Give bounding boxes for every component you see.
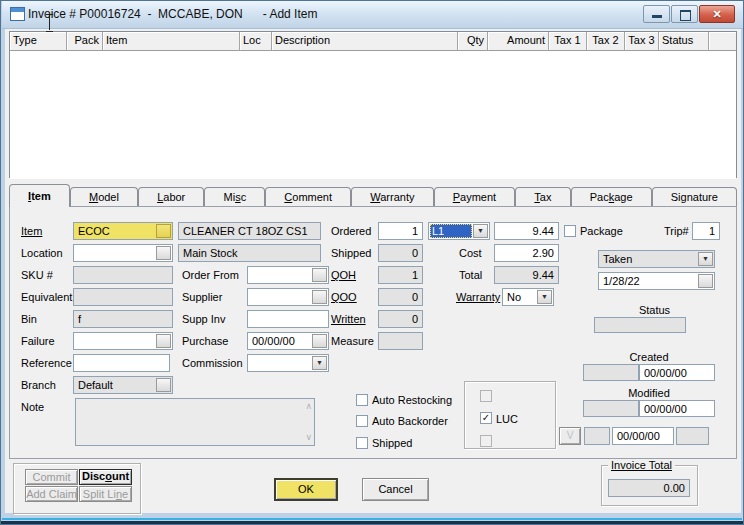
- location-browse-button[interactable]: [156, 246, 171, 260]
- order-from-field[interactable]: [247, 266, 329, 284]
- column-header-loc[interactable]: Loc: [240, 32, 272, 50]
- add-claim-button[interactable]: Add Claim: [25, 486, 78, 502]
- tab-warranty[interactable]: Warranty: [351, 187, 433, 206]
- tab-labor[interactable]: Labor: [138, 187, 204, 206]
- extra-aux-field-1: [584, 427, 610, 445]
- created-date-field[interactable]: 00/00/00: [639, 364, 715, 381]
- branch-browse-button[interactable]: [156, 378, 171, 392]
- failure-field[interactable]: [73, 332, 173, 350]
- trip-field[interactable]: 1: [692, 222, 720, 240]
- tab-item[interactable]: Item: [9, 184, 70, 207]
- v-button[interactable]: V: [559, 427, 581, 445]
- note-textarea[interactable]: ∧ ∨: [75, 398, 315, 446]
- branch-label: Branch: [21, 379, 56, 391]
- window-frame-edge: [1, 521, 743, 524]
- status-field: [594, 317, 686, 333]
- order-from-browse-button[interactable]: [312, 268, 327, 282]
- warranty-value: No: [507, 291, 521, 303]
- price-level-dropdown-icon[interactable]: ▼: [473, 224, 488, 238]
- ordered-field[interactable]: 1: [378, 222, 423, 240]
- close-button[interactable]: ✕: [699, 5, 735, 23]
- tab-misc[interactable]: Misc: [204, 187, 265, 206]
- total-label: Total: [459, 269, 482, 281]
- delivery-date-picker-button[interactable]: [698, 274, 713, 288]
- delivery-dropdown-icon[interactable]: ▼: [698, 252, 713, 266]
- purchase-date-field[interactable]: 00/00/00: [247, 332, 329, 350]
- maximize-button[interactable]: [671, 5, 698, 23]
- delivery-combo[interactable]: Taken ▼: [598, 250, 715, 268]
- delivery-date-field[interactable]: 1/28/22: [598, 272, 715, 290]
- cancel-button[interactable]: Cancel: [362, 478, 429, 501]
- trip-label: Trip#: [664, 225, 689, 237]
- failure-label: Failure: [21, 335, 55, 347]
- luc-checkbox[interactable]: ✓: [480, 412, 492, 424]
- modified-aux-field: [583, 400, 639, 417]
- note-label: Note: [21, 401, 44, 413]
- package-checkbox[interactable]: [564, 225, 576, 237]
- item-label: Item: [21, 225, 42, 237]
- shipped-checkbox[interactable]: [356, 437, 368, 449]
- column-header-description[interactable]: Description: [272, 32, 458, 50]
- cost-field[interactable]: 2.90: [494, 244, 559, 262]
- column-header-item[interactable]: Item: [103, 32, 240, 50]
- package-checkbox-label: Package: [580, 225, 623, 237]
- price-field[interactable]: 9.44: [494, 222, 559, 240]
- split-line-button[interactable]: Split Line: [79, 486, 132, 502]
- luc-group-checkbox-1[interactable]: [480, 390, 492, 402]
- commission-dropdown-icon[interactable]: ▼: [312, 356, 327, 370]
- tab-comment[interactable]: Comment: [265, 187, 351, 206]
- column-header-tax-3[interactable]: Tax 3: [625, 32, 659, 50]
- commit-button[interactable]: Commit: [25, 469, 78, 485]
- location-label: Location: [21, 247, 63, 259]
- line-items-table: TypePackItemLocDescriptionQtyAmountTax 1…: [9, 31, 737, 178]
- minimize-button[interactable]: [643, 5, 670, 23]
- sku-label: SKU #: [21, 269, 53, 281]
- tab-tax[interactable]: Tax: [515, 187, 570, 206]
- column-header-amount[interactable]: Amount: [488, 32, 549, 50]
- commission-combo[interactable]: ▼: [247, 354, 329, 372]
- discount-button[interactable]: Discount: [79, 469, 132, 485]
- modified-date-field[interactable]: 00/00/00: [639, 400, 715, 417]
- table-body-empty[interactable]: [10, 51, 736, 179]
- extra-date-field[interactable]: 00/00/00: [612, 427, 674, 445]
- auto-restocking-checkbox[interactable]: [356, 394, 368, 406]
- window-title: Invoice # P00016724 - MCCABE, DON - Add …: [28, 7, 317, 21]
- shipped-checkbox-label: Shipped: [372, 437, 412, 449]
- column-header-qty[interactable]: Qty: [458, 32, 488, 50]
- luc-group-checkbox-2[interactable]: [480, 435, 492, 447]
- tab-payment[interactable]: Payment: [434, 187, 516, 206]
- item-code-field[interactable]: ECOC: [73, 222, 173, 240]
- reference-field[interactable]: [73, 354, 170, 372]
- supplier-field[interactable]: [247, 288, 329, 306]
- auto-backorder-checkbox[interactable]: [356, 415, 368, 427]
- commission-label: Commission: [182, 357, 243, 369]
- branch-value: Default: [78, 379, 113, 391]
- purchase-date-value: 00/00/00: [252, 335, 295, 347]
- title-bar[interactable]: Invoice # P00016724 - MCCABE, DON - Add …: [2, 1, 743, 29]
- check-icon: ✓: [482, 412, 490, 423]
- price-level-combo[interactable]: L1 ▼: [428, 222, 490, 240]
- failure-browse-button[interactable]: [156, 334, 171, 348]
- invoice-total-label: Invoice Total: [608, 459, 675, 471]
- qoo-label: QOO: [331, 291, 357, 303]
- created-aux-field: [583, 364, 639, 381]
- item-browse-button[interactable]: [156, 224, 171, 238]
- column-header-pack[interactable]: Pack: [67, 32, 103, 50]
- column-header-filler[interactable]: [709, 32, 736, 50]
- purchase-date-picker-button[interactable]: [312, 334, 327, 348]
- location-field[interactable]: [73, 244, 173, 262]
- supplier-browse-button[interactable]: [312, 290, 327, 304]
- supp-inv-field[interactable]: [247, 310, 329, 328]
- tab-signature[interactable]: Signature: [652, 187, 737, 206]
- column-header-tax-2[interactable]: Tax 2: [587, 32, 625, 50]
- warranty-dropdown-icon[interactable]: ▼: [537, 290, 552, 304]
- warranty-combo[interactable]: No ▼: [502, 288, 554, 306]
- tab-model[interactable]: Model: [70, 187, 138, 206]
- note-scroll-up-icon[interactable]: ∧: [305, 402, 312, 411]
- tab-package[interactable]: Package: [571, 187, 652, 206]
- column-header-tax-1[interactable]: Tax 1: [549, 32, 587, 50]
- column-header-type[interactable]: Type: [10, 32, 67, 50]
- note-scroll-down-icon[interactable]: ∨: [305, 433, 312, 442]
- column-header-status[interactable]: Status: [659, 32, 709, 50]
- ok-button[interactable]: OK: [274, 478, 338, 501]
